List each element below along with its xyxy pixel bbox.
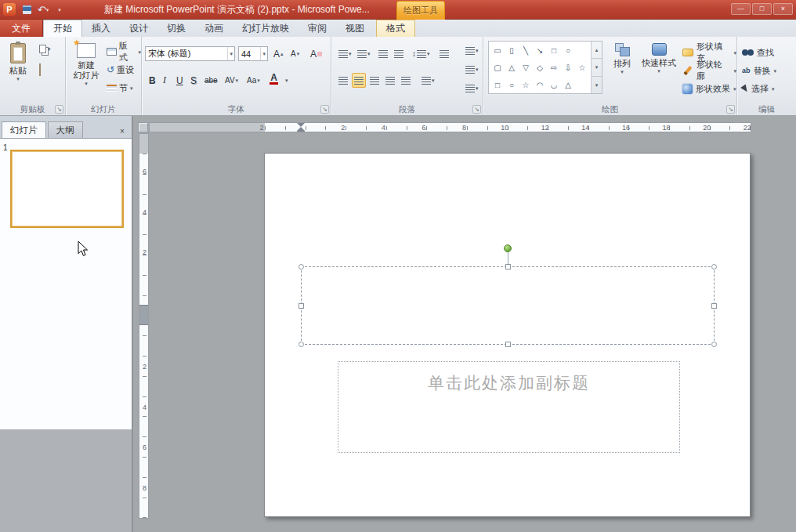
maximize-button[interactable]: □ (752, 3, 772, 15)
shrink-font-button[interactable]: A▾ (288, 46, 302, 61)
resize-handle-middle-left[interactable] (298, 303, 304, 309)
underline-button[interactable]: U (174, 73, 186, 88)
font-color-dropdown[interactable]: ▾ (283, 73, 291, 88)
tab-transitions[interactable]: 切换 (157, 20, 195, 37)
strikethrough-button[interactable]: abe (202, 73, 220, 88)
character-spacing-button[interactable]: AV▾ (223, 73, 241, 88)
shape-effects-button[interactable]: 形状效果▾ (682, 81, 736, 96)
glyph: □ (490, 81, 505, 89)
resize-handle-bottom-right[interactable] (711, 342, 717, 347)
text-highlight-button[interactable] (437, 46, 451, 61)
glyph: 6 (403, 123, 444, 132)
undo-button[interactable]: ↶▾ (35, 2, 51, 17)
pane-tab-slides[interactable]: 幻灯片 (2, 121, 46, 138)
chevron-down-icon: ▾ (432, 78, 435, 83)
arrange-label: 排列 (613, 59, 631, 69)
align-right-button[interactable] (367, 73, 382, 88)
rotation-handle[interactable] (504, 244, 512, 252)
columns-button[interactable]: ▾ (419, 73, 437, 88)
shapes-row-1: ▭▯╲↘□○ (489, 42, 591, 59)
change-case-button[interactable]: Aa▾ (244, 73, 262, 88)
paragraph-dialog-launcher-icon[interactable]: ↘ (472, 105, 481, 114)
scroll-down-icon[interactable]: ▾ (592, 58, 602, 75)
gallery-more-icon[interactable]: ▾ (592, 76, 602, 93)
paste-button[interactable]: 粘贴 ▾ (3, 39, 33, 103)
font-dialog-launcher-icon[interactable]: ↘ (320, 105, 329, 114)
resize-handle-bottom-center[interactable] (505, 342, 511, 347)
slide-1-thumbnail[interactable] (10, 150, 124, 228)
qat-customize-button[interactable]: ▾ (52, 2, 67, 17)
clipboard-dialog-launcher-icon[interactable]: ↘ (55, 105, 63, 114)
line-spacing-button[interactable]: ↕▾ (410, 46, 432, 61)
clear-formatting-button[interactable]: A (308, 46, 324, 61)
copy-button[interactable]: ▾ (39, 45, 51, 53)
v-ruler-marker[interactable] (139, 305, 149, 325)
arrange-button[interactable]: 排列 ▾ (607, 39, 637, 103)
resize-handle-middle-right[interactable] (711, 303, 717, 309)
undo-icon: ↶ (38, 4, 46, 16)
pane-close-button[interactable]: × (116, 125, 128, 138)
close-button[interactable]: × (773, 3, 793, 15)
decrease-indent-button[interactable] (376, 46, 390, 61)
pane-tab-outline[interactable]: 大纲 (48, 121, 83, 138)
align-left-button[interactable] (336, 73, 350, 88)
tab-format[interactable]: 格式 (376, 20, 415, 37)
left-indent-icon[interactable] (297, 131, 305, 132)
italic-button[interactable]: I (161, 73, 168, 88)
powerpoint-app-icon[interactable]: P (3, 3, 16, 16)
reset-button[interactable]: ↺重设 (107, 63, 141, 77)
resize-handle-top-left[interactable] (298, 264, 304, 270)
font-name-combobox[interactable]: 宋体 (标题) ▾ (145, 46, 235, 61)
align-center-button[interactable] (352, 73, 366, 88)
bullets-button[interactable]: ▾ (336, 46, 354, 61)
subtitle-placeholder[interactable]: 单击此处添加副标题 (338, 361, 680, 453)
save-button[interactable] (19, 2, 34, 17)
increase-indent-button[interactable] (392, 46, 406, 61)
tab-view[interactable]: 视图 (336, 20, 374, 37)
grow-font-button[interactable]: A▴ (271, 46, 286, 61)
tab-review[interactable]: 审阅 (298, 20, 336, 37)
indent-marker[interactable] (297, 123, 306, 132)
bold-button[interactable]: B (147, 73, 158, 88)
shapes-gallery-scrollbar[interactable]: ▴ ▾ ▾ (591, 42, 602, 93)
tab-animations[interactable]: 动画 (195, 20, 233, 37)
replace-button[interactable]: ab替换▾ (742, 63, 776, 78)
shape-fill-button[interactable]: 形状填充▾ (682, 45, 736, 60)
section-button[interactable]: 节▾ (107, 81, 141, 95)
title-placeholder[interactable] (301, 266, 715, 345)
quick-styles-button[interactable]: 快速样式 ▾ (639, 39, 679, 103)
slides-group: ★ 新建 幻灯片 ▾ 版式▾ ↺重设 节▾ 幻灯片 (66, 37, 142, 115)
layout-button[interactable]: 版式▾ (107, 45, 141, 59)
distribute-button[interactable] (399, 73, 413, 88)
font-size-combobox[interactable]: 44 ▾ (238, 46, 268, 61)
convert-smartart-button[interactable]: ▾ (463, 81, 481, 96)
shape-outline-button[interactable]: 形状轮廓▾ (682, 63, 736, 78)
text-shadow-button[interactable]: S (188, 73, 199, 88)
slide-surface[interactable]: 单击此处添加副标题 (264, 153, 751, 517)
justify-button[interactable] (383, 73, 397, 88)
glyph: ⇩ (561, 63, 575, 72)
minimize-button[interactable]: — (731, 3, 751, 15)
drawing-dialog-launcher-icon[interactable]: ↘ (726, 105, 735, 114)
new-slide-button[interactable]: ★ 新建 幻灯片 ▾ (68, 39, 104, 103)
editing-canvas[interactable]: 2 246810121416182022 642 246810 单击此处添加副 (133, 116, 796, 532)
numbering-button[interactable]: ▾ (355, 46, 373, 61)
select-button[interactable]: 选择▾ (742, 81, 775, 96)
format-painter-button[interactable] (39, 64, 51, 75)
glyph: ◠ (533, 81, 547, 89)
resize-handle-top-center[interactable] (505, 264, 511, 270)
glyph: ☆ (519, 81, 533, 89)
align-text-button[interactable]: ▾ (463, 62, 481, 77)
text-direction-button[interactable]: ▾ (463, 43, 481, 58)
tab-slideshow[interactable]: 幻灯片放映 (233, 20, 298, 37)
find-button[interactable]: 查找 (742, 45, 774, 60)
tab-insert[interactable]: 插入 (82, 20, 120, 37)
resize-handle-top-right[interactable] (711, 264, 717, 270)
resize-handle-bottom-left[interactable] (298, 342, 304, 347)
shapes-gallery[interactable]: ▭▯╲↘□○ ▢△▽◇⇨⇩☆ □○☆◠◡△ ▴ ▾ ▾ (488, 41, 602, 94)
tab-file[interactable]: 文件 (0, 20, 43, 37)
tab-home[interactable]: 开始 (43, 20, 82, 37)
tab-design[interactable]: 设计 (120, 20, 157, 37)
font-color-button[interactable]: A (267, 71, 280, 86)
scroll-up-icon[interactable]: ▴ (592, 42, 602, 58)
